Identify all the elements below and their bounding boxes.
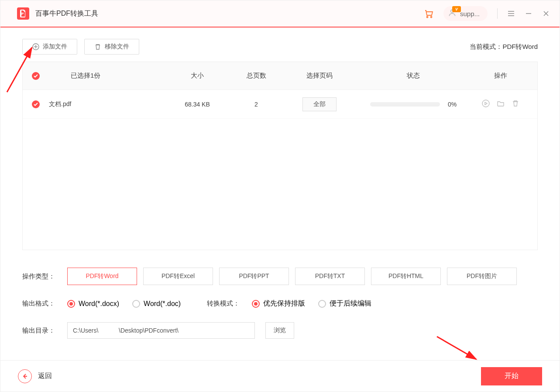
dir-label: 输出目录： <box>22 327 55 335</box>
col-page-select: 选择页码 <box>280 72 359 80</box>
remove-file-button[interactable]: 移除文件 <box>84 39 139 55</box>
select-all-checkbox[interactable] <box>32 72 40 80</box>
type-pdf-ppt[interactable]: PDF转PPT <box>219 268 289 285</box>
type-pdf-excel[interactable]: PDF转Excel <box>143 268 213 285</box>
user-icon: V <box>448 8 457 19</box>
plus-circle-icon <box>32 43 39 50</box>
type-pdf-txt[interactable]: PDF转TXT <box>295 268 365 285</box>
delete-icon[interactable] <box>512 100 519 109</box>
svg-point-1 <box>426 17 428 18</box>
file-pages: 2 <box>232 101 280 108</box>
table-header: 已选择1份 大小 总页数 选择页码 状态 操作 <box>23 62 537 90</box>
page-select-button[interactable]: 全部 <box>302 97 337 111</box>
type-pdf-image[interactable]: PDF转图片 <box>447 268 517 285</box>
menu-icon[interactable] <box>507 10 515 17</box>
close-icon[interactable] <box>542 10 550 17</box>
toolbar: 添加文件 移除文件 当前模式：PDF转Word <box>0 28 560 62</box>
user-area[interactable]: V supp... <box>443 6 488 21</box>
play-icon[interactable] <box>482 100 490 109</box>
app-logo: P <box>17 7 29 20</box>
svg-text:P: P <box>21 12 24 16</box>
format-label: 输出格式： <box>22 299 55 308</box>
row-checkbox[interactable] <box>32 100 40 108</box>
convert-mode-label: 转换模式： <box>207 299 240 308</box>
format-doc[interactable]: Word(*.doc) <box>132 300 181 308</box>
user-name: supp... <box>460 10 480 17</box>
divider <box>497 8 498 19</box>
radio-icon <box>132 300 140 308</box>
trash-icon <box>94 43 101 50</box>
col-status: 状态 <box>359 72 468 80</box>
progress-bar <box>370 102 440 107</box>
col-selected: 已选择1份 <box>49 72 162 80</box>
footer: 返回 开始 <box>0 360 560 392</box>
back-arrow-icon <box>18 369 32 383</box>
app-window: P 百事牛PDF转换工具 V supp... <box>0 0 560 392</box>
header: P 百事牛PDF转换工具 V supp... <box>0 0 560 28</box>
type-pdf-word[interactable]: PDF转Word <box>67 268 137 285</box>
type-pdf-html[interactable]: PDF转HTML <box>371 268 441 285</box>
add-file-button[interactable]: 添加文件 <box>22 39 77 55</box>
output-dir-input[interactable] <box>67 322 255 339</box>
col-pages: 总页数 <box>232 72 280 80</box>
cart-icon[interactable] <box>423 8 434 19</box>
table-row: 文档.pdf 68.34 KB 2 全部 0% <box>23 90 537 119</box>
progress-text: 0% <box>448 101 457 108</box>
file-size: 68.34 KB <box>162 101 232 108</box>
col-size: 大小 <box>162 72 232 80</box>
format-docx[interactable]: Word(*.docx) <box>67 300 119 308</box>
options-panel: 操作类型： PDF转Word PDF转Excel PDF转PPT PDF转TXT… <box>0 250 560 353</box>
svg-point-13 <box>482 100 489 107</box>
file-name: 文档.pdf <box>49 100 162 108</box>
folder-icon[interactable] <box>497 100 505 109</box>
back-button[interactable]: 返回 <box>18 369 52 383</box>
browse-button[interactable]: 浏览 <box>265 322 294 339</box>
radio-icon <box>67 300 75 308</box>
svg-point-2 <box>430 17 432 18</box>
radio-icon <box>252 300 260 308</box>
vip-badge: V <box>452 6 461 12</box>
col-ops: 操作 <box>468 72 533 80</box>
minimize-icon[interactable] <box>525 10 533 17</box>
current-mode-label: 当前模式：PDF转Word <box>470 43 538 51</box>
mode-edit[interactable]: 便于后续编辑 <box>318 299 371 308</box>
type-label: 操作类型： <box>22 272 55 281</box>
start-button[interactable]: 开始 <box>481 367 542 385</box>
file-table: 已选择1份 大小 总页数 选择页码 状态 操作 文档.pdf 68.34 KB … <box>22 62 538 250</box>
radio-icon <box>318 300 326 308</box>
app-title: 百事牛PDF转换工具 <box>35 9 98 18</box>
mode-layout[interactable]: 优先保持排版 <box>252 299 305 308</box>
